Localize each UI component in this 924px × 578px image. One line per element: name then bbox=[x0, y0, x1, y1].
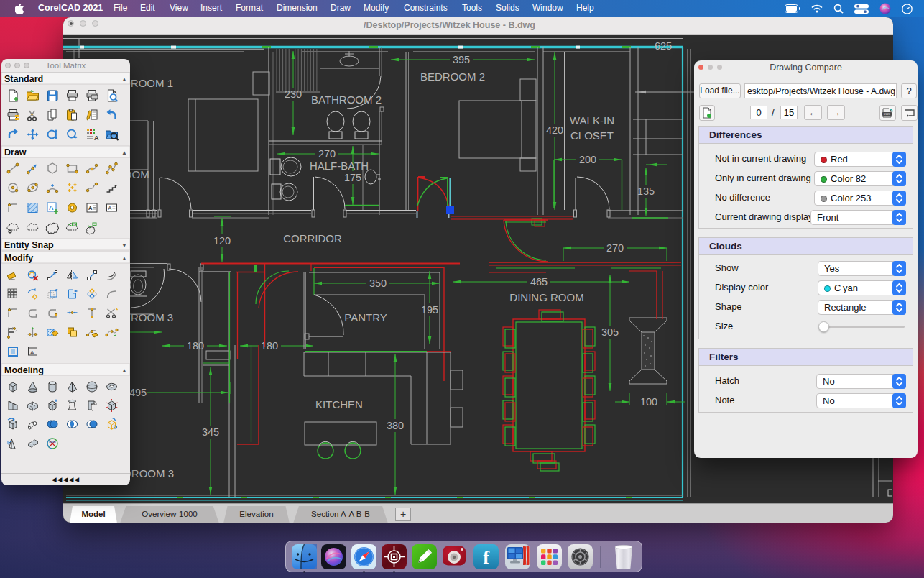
svg-text:195: 195 bbox=[421, 304, 438, 316]
svg-text:120: 120 bbox=[213, 235, 231, 247]
svg-text:100: 100 bbox=[640, 396, 657, 408]
svg-text:A: A bbox=[30, 349, 34, 356]
svg-text:ROOM 3: ROOM 3 bbox=[131, 311, 173, 324]
svg-text:270: 270 bbox=[606, 242, 624, 254]
svg-text:Modify: Modify bbox=[4, 253, 33, 263]
svg-text:180: 180 bbox=[261, 340, 278, 352]
svg-text:KITCHEN: KITCHEN bbox=[315, 398, 363, 410]
svg-text:305: 305 bbox=[601, 326, 619, 338]
svg-text:350: 350 bbox=[369, 277, 387, 289]
svg-text:A: A bbox=[88, 205, 93, 211]
svg-text:Entity Snap: Entity Snap bbox=[4, 240, 54, 250]
svg-text:A: A bbox=[49, 204, 54, 211]
svg-text:PANTRY: PANTRY bbox=[344, 311, 387, 324]
svg-text:HALF-BATH: HALF-BATH bbox=[310, 160, 369, 172]
svg-text:180: 180 bbox=[187, 340, 204, 352]
svg-text:395: 395 bbox=[453, 54, 470, 65]
svg-text:▲: ▲ bbox=[121, 367, 127, 374]
svg-text:420: 420 bbox=[546, 124, 563, 136]
svg-text:A: A bbox=[108, 206, 112, 211]
svg-text:BEDROOM 2: BEDROOM 2 bbox=[420, 70, 485, 83]
svg-text:135: 135 bbox=[637, 185, 655, 197]
svg-text:▼: ▼ bbox=[121, 242, 127, 249]
svg-text:▲: ▲ bbox=[121, 255, 127, 262]
svg-text:BATHROOM 2: BATHROOM 2 bbox=[311, 93, 382, 106]
svg-text:Standard: Standard bbox=[4, 74, 43, 84]
svg-text:DINING ROOM: DINING ROOM bbox=[509, 291, 583, 303]
svg-text:465: 465 bbox=[530, 276, 548, 288]
svg-text:▲: ▲ bbox=[121, 76, 127, 83]
svg-text:f: f bbox=[483, 547, 489, 568]
svg-text:270: 270 bbox=[318, 148, 336, 160]
svg-text:CORRIDOR: CORRIDOR bbox=[283, 232, 342, 244]
svg-text:DWG: DWG bbox=[884, 113, 890, 116]
svg-text:625: 625 bbox=[655, 40, 672, 52]
svg-text:CLOSET: CLOSET bbox=[570, 129, 614, 142]
svg-text:Modeling: Modeling bbox=[4, 365, 44, 375]
svg-text:Draw: Draw bbox=[4, 147, 27, 157]
svg-text:A: A bbox=[94, 134, 99, 142]
svg-text:200: 200 bbox=[579, 154, 596, 165]
svg-text:▲: ▲ bbox=[121, 150, 127, 156]
svg-text:WALK-IN: WALK-IN bbox=[570, 114, 614, 127]
svg-text:495: 495 bbox=[129, 387, 147, 398]
svg-text:175: 175 bbox=[344, 172, 361, 183]
svg-text:230: 230 bbox=[285, 88, 302, 100]
svg-text:380: 380 bbox=[387, 420, 404, 431]
svg-text:345: 345 bbox=[202, 426, 219, 438]
